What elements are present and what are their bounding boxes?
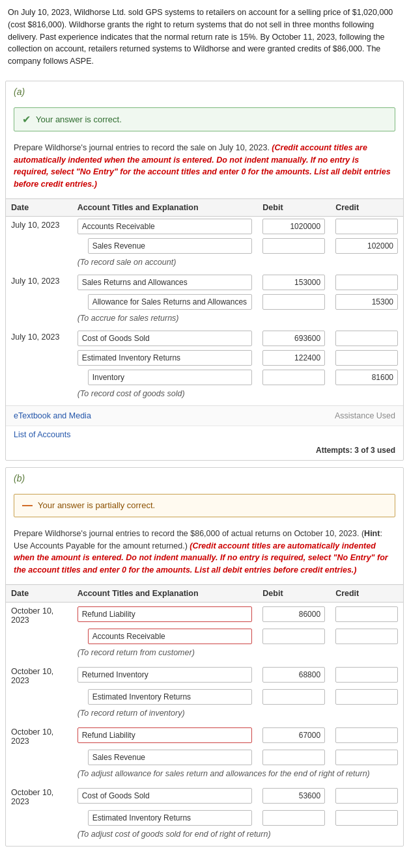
debit-input[interactable] (262, 350, 325, 366)
footer-bar-a: eTextbook and Media Assistance Used (6, 405, 403, 426)
account-input[interactable] (78, 606, 253, 622)
assistance-label: Assistance Used (335, 411, 395, 420)
table-row: July 10, 2023 (6, 273, 403, 292)
instruction-b: Prepare Wildhorse's journal entries to r… (6, 522, 403, 579)
note-cell: (To record cost of goods sold) (72, 387, 403, 400)
credit-input[interactable] (335, 629, 398, 644)
col-date-b: Date (6, 584, 72, 602)
section-a-label: (a) (6, 81, 403, 102)
account-cell-indent[interactable] (72, 236, 258, 256)
note-cell: (To record return from customer) (72, 646, 403, 659)
note-cell: (To adjust allowance for sales return an… (72, 767, 403, 780)
list-accounts-a[interactable]: List of Accounts (6, 426, 403, 443)
account-cell[interactable] (72, 216, 258, 236)
credit-input[interactable] (335, 275, 398, 290)
table-row (6, 236, 403, 256)
date-cell: July 10, 2023 (6, 329, 72, 348)
table-row: October 10, 2023 (6, 724, 403, 748)
check-icon: ✔ (22, 113, 31, 126)
credit-input[interactable] (335, 810, 398, 826)
note-cell: (To accrue for sales returns) (72, 312, 403, 325)
table-row (6, 748, 403, 767)
account-input[interactable] (88, 629, 253, 644)
debit-input[interactable] (262, 689, 325, 705)
journal-table-a: Date Account Titles and Explanation Debi… (6, 198, 403, 400)
account-input[interactable] (78, 788, 253, 804)
credit-input[interactable] (335, 667, 398, 683)
account-input[interactable] (78, 350, 253, 366)
note-row: (To record sale on account) (6, 256, 403, 269)
debit-input[interactable] (262, 294, 325, 310)
section-a: (a) ✔ Your answer is correct. Prepare Wi… (5, 81, 404, 461)
debit-input[interactable] (262, 238, 325, 254)
account-input[interactable] (88, 750, 253, 765)
credit-input[interactable] (335, 370, 398, 385)
alert-correct: ✔ Your answer is correct. (14, 107, 395, 131)
date-cell: July 10, 2023 (6, 273, 72, 292)
col-account-b: Account Titles and Explanation (72, 584, 258, 602)
col-debit-b: Debit (257, 584, 330, 602)
debit-cell[interactable] (257, 216, 330, 236)
account-input[interactable] (78, 275, 253, 290)
account-input[interactable] (88, 810, 253, 826)
note-cell: (To record sale on account) (72, 256, 403, 269)
etextbook-link[interactable]: eTextbook and Media (14, 411, 91, 420)
table-row (6, 627, 403, 646)
account-input[interactable] (88, 689, 253, 705)
note-row: (To adjust allowance for sales return an… (6, 767, 403, 780)
debit-input[interactable] (262, 810, 325, 826)
debit-input[interactable] (262, 219, 325, 234)
debit-input[interactable] (262, 275, 325, 290)
credit-cell[interactable] (330, 216, 403, 236)
credit-input[interactable] (335, 788, 398, 804)
date-cell: October 10, 2023 (6, 663, 72, 687)
account-input[interactable] (78, 219, 253, 234)
note-row: (To record return of inventory) (6, 707, 403, 720)
account-input[interactable] (78, 727, 253, 743)
debit-input[interactable] (262, 606, 325, 622)
debit-input[interactable] (262, 667, 325, 683)
attempts-label: Attempts: 3 of 3 used (6, 443, 403, 460)
table-row: July 10, 2023 (6, 216, 403, 236)
table-row: October 10, 2023 (6, 663, 403, 687)
note-row: (To adjust cost of goods sold for end of… (6, 828, 403, 841)
account-input[interactable] (88, 294, 253, 310)
debit-input[interactable] (262, 629, 325, 644)
account-input[interactable] (88, 238, 253, 254)
credit-input[interactable] (335, 750, 398, 765)
credit-input[interactable] (335, 294, 398, 310)
intro-paragraph: On July 10, 2023, Wildhorse Ltd. sold GP… (0, 0, 409, 74)
account-input[interactable] (88, 370, 253, 385)
credit-input[interactable] (335, 331, 398, 346)
debit-input[interactable] (262, 370, 325, 385)
credit-input[interactable] (335, 350, 398, 366)
note-cell: (To record return of inventory) (72, 707, 403, 720)
col-credit: Credit (330, 198, 403, 216)
col-credit-b: Credit (330, 584, 403, 602)
date-cell: July 10, 2023 (6, 216, 72, 236)
date-cell: October 10, 2023 (6, 724, 72, 748)
table-row: July 10, 2023 (6, 329, 403, 348)
debit-input[interactable] (262, 788, 325, 804)
account-input[interactable] (78, 667, 253, 683)
debit-input[interactable] (262, 727, 325, 743)
credit-input[interactable] (335, 606, 398, 622)
journal-table-b: Date Account Titles and Explanation Debi… (6, 584, 403, 841)
debit-input[interactable] (262, 331, 325, 346)
account-input[interactable] (78, 331, 253, 346)
debit-input[interactable] (262, 750, 325, 765)
table-row (6, 808, 403, 828)
table-row (6, 348, 403, 368)
credit-input[interactable] (335, 689, 398, 705)
credit-input[interactable] (335, 238, 398, 254)
date-cell: October 10, 2023 (6, 784, 72, 808)
note-cell: (To adjust cost of goods sold for end of… (72, 828, 403, 841)
section-b: (b) — Your answer is partially correct. … (5, 467, 404, 847)
credit-input[interactable] (335, 727, 398, 743)
note-row: (To accrue for sales returns) (6, 312, 403, 325)
credit-input[interactable] (335, 219, 398, 234)
col-debit: Debit (257, 198, 330, 216)
table-row: October 10, 2023 (6, 784, 403, 808)
alert-partial: — Your answer is partially correct. (14, 494, 395, 517)
note-row: (To record return from customer) (6, 646, 403, 659)
